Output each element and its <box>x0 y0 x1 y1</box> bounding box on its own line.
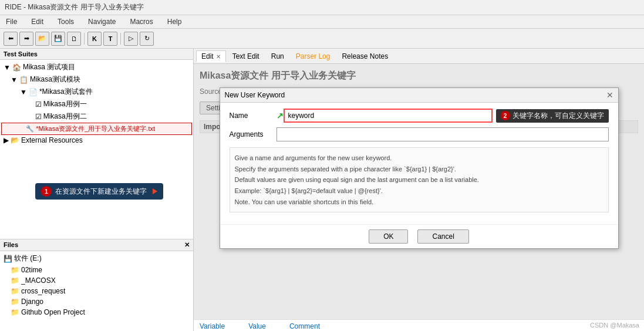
tree-label: 02time <box>21 266 42 274</box>
project-icon: 🏠 <box>12 63 21 72</box>
toolbar-btn-save[interactable]: 💾 <box>51 32 65 46</box>
tree-item-case1[interactable]: ☑ Mikasa用例一 <box>1 98 192 110</box>
module-icon: 📋 <box>19 76 28 84</box>
modal-overlay: New User Keyword ✕ Name ↗ 2 关键字名称，可自定义关键… <box>194 64 644 319</box>
menu-edit[interactable]: Edit <box>28 16 47 27</box>
toolbar-btn-t[interactable]: T <box>103 32 117 46</box>
expand-icon: ▼ <box>20 88 27 96</box>
tree-item-suite[interactable]: ▼ 📄 *Mikasa测试套件 <box>1 86 192 98</box>
files-item-02time[interactable]: 📁 02time <box>1 265 192 275</box>
value-col: Value <box>248 322 266 330</box>
tab-text-edit[interactable]: Text Edit <box>227 50 265 62</box>
toolbar-btn-k[interactable]: K <box>87 32 102 46</box>
expand-icon: ▼ <box>4 63 11 72</box>
tab-bar: Edit ✕ Text Edit Run Parser Log Release … <box>194 49 644 64</box>
folder-icon: 📁 <box>11 287 19 295</box>
toolbar-separator-2 <box>120 33 121 45</box>
annotation-text: 在资源文件下新建业务关键字 <box>55 187 147 197</box>
expand-icon <box>29 113 33 121</box>
tree-label: *Mikasa资源文件_用于导入业务关键字.txt <box>36 124 155 133</box>
tab-parser-log-label: Parser Log <box>296 52 331 60</box>
tree-label: *Mikasa测试套件 <box>39 87 93 97</box>
annotation-number: 1 <box>41 186 52 197</box>
title-text: RIDE - Mikasa资源文件 用于导入业务关键字 <box>5 3 144 11</box>
modal-help-text: Give a name and arguments for the new us… <box>230 147 609 212</box>
tree-label: Mikasa测试模块 <box>30 75 80 85</box>
variable-col: Variable <box>200 322 225 330</box>
tab-release-notes-label: Release Notes <box>342 52 388 60</box>
files-item-django[interactable]: 📁 Django <box>1 296 192 307</box>
drive-icon: 💾 <box>4 255 12 263</box>
menu-tools[interactable]: Tools <box>54 16 77 27</box>
test-suites-header: Test Suites <box>0 49 193 60</box>
toolbar-btn-img[interactable]: 🗋 <box>67 32 81 46</box>
toolbar: ⬅ ➡ 📂 💾 🗋 K T ▷ ↻ <box>0 29 644 49</box>
ok-button[interactable]: OK <box>369 229 408 244</box>
resource-icon: 🔧 <box>26 125 34 133</box>
tab-text-edit-label: Text Edit <box>232 52 259 60</box>
green-arrow-icon: ↗ <box>277 111 284 120</box>
files-close-btn[interactable]: ✕ <box>184 241 190 249</box>
files-item-drive[interactable]: 💾 软件 (E:) <box>1 252 192 265</box>
modal-title-bar: New User Keyword ✕ <box>220 88 618 103</box>
case-icon: ☑ <box>35 100 42 109</box>
tab-parser-log[interactable]: Parser Log <box>291 50 336 62</box>
expand-icon <box>21 126 24 133</box>
modal-title: New User Keyword <box>225 91 285 99</box>
tree-label: External Resources <box>21 136 83 144</box>
hint-number: 2 <box>501 111 510 120</box>
expand-icon: ▶ <box>4 136 9 144</box>
tab-run-label: Run <box>271 52 284 60</box>
tab-edit[interactable]: Edit ✕ <box>196 50 226 62</box>
toolbar-btn-fwd[interactable]: ➡ <box>19 32 33 46</box>
menu-file[interactable]: File <box>2 16 21 27</box>
cancel-button[interactable]: Cancel <box>417 229 468 244</box>
tree-label: Github Open Project <box>21 308 85 316</box>
tab-edit-close[interactable]: ✕ <box>216 53 221 60</box>
tree-label: Mikasa用例一 <box>43 99 87 109</box>
menu-navigate[interactable]: Navigate <box>85 16 119 27</box>
folder-icon: 📁 <box>11 266 19 274</box>
menu-bar: File Edit Tools Navigate Macros Help <box>0 15 644 29</box>
files-item-github[interactable]: 📁 Github Open Project <box>1 307 192 318</box>
tree-label: Django <box>21 298 43 306</box>
menu-help[interactable]: Help <box>164 16 186 27</box>
modal-footer: OK Cancel <box>220 224 618 248</box>
tree-label: Mikasa用例二 <box>43 112 87 121</box>
folder-icon: 📁 <box>11 276 19 285</box>
name-input[interactable] <box>284 109 493 123</box>
tree-item-resource[interactable]: 🔧 *Mikasa资源文件_用于导入业务关键字.txt <box>1 123 192 135</box>
tree-item-module[interactable]: ▼ 📋 Mikasa测试模块 <box>1 73 192 86</box>
tree-label: 软件 (E:) <box>14 254 42 264</box>
files-panel-header: Files ✕ <box>0 239 193 251</box>
toolbar-btn-back[interactable]: ⬅ <box>4 32 18 46</box>
tree-label: _MACOSX <box>21 276 56 285</box>
folder-icon: 📁 <box>11 298 19 306</box>
files-item-macosx[interactable]: 📁 _MACOSX <box>1 275 192 286</box>
bottom-section: Variable Value Comment <box>194 319 644 331</box>
tree-item-external[interactable]: ▶ 📂 External Resources <box>1 135 192 146</box>
toolbar-btn-open[interactable]: 📂 <box>35 32 49 46</box>
tree-item-project[interactable]: ▼ 🏠 Mikasa 测试项目 <box>1 61 192 73</box>
menu-macros[interactable]: Macros <box>126 16 156 27</box>
tree-label: Mikasa 测试项目 <box>23 62 75 72</box>
tree-label: cross_request <box>21 287 65 295</box>
tree-item-case2[interactable]: ☑ Mikasa用例二 <box>1 110 192 123</box>
tab-run[interactable]: Run <box>266 50 289 62</box>
left-panel: Test Suites ▼ 🏠 Mikasa 测试项目 ▼ 📋 Mikasa测试… <box>0 49 194 331</box>
files-item-cross[interactable]: 📁 cross_request <box>1 286 192 296</box>
toolbar-btn-run[interactable]: ▷ <box>124 32 138 46</box>
modal-close-btn[interactable]: ✕ <box>606 90 613 100</box>
args-input[interactable] <box>277 127 609 141</box>
hint-text: 关键字名称，可自定义关键字 <box>512 111 604 121</box>
watermark: CSDN @Makasa <box>590 322 639 329</box>
name-label: Name <box>230 112 277 120</box>
new-keyword-modal: New User Keyword ✕ Name ↗ 2 关键字名称，可自定义关键… <box>220 87 619 249</box>
files-panel: Files ✕ 💾 软件 (E:) 📁 02time 📁 _MACOSX 📁 <box>0 239 193 331</box>
toolbar-btn-refresh[interactable]: ↻ <box>140 32 154 46</box>
comment-col: Comment <box>289 322 320 330</box>
content-area: Mikasa资源文件 用于导入业务关键字 Source E:\Mikasa_测试… <box>194 64 644 319</box>
args-label: Arguments <box>230 130 277 139</box>
tab-release-notes[interactable]: Release Notes <box>336 50 393 62</box>
toolbar-separator <box>84 33 85 45</box>
